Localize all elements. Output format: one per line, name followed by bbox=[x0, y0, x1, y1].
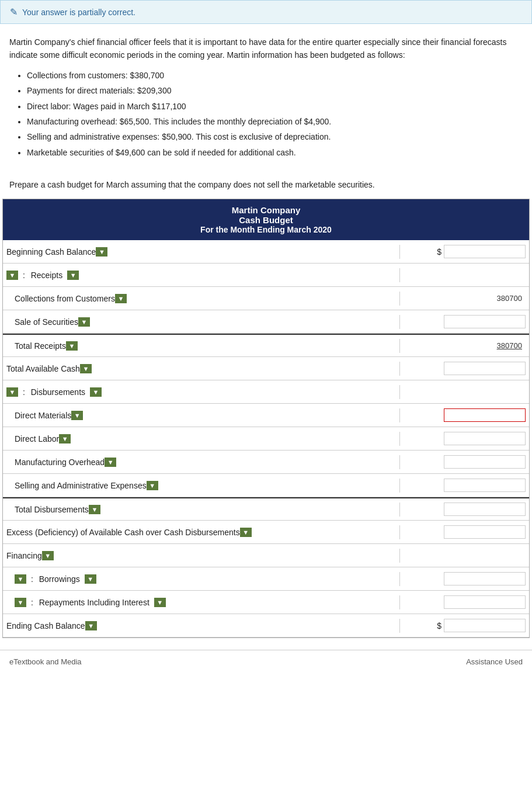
intro-section: Martin Company's chief financial officer… bbox=[0, 36, 532, 175]
dropdown-collections[interactable]: ▼ bbox=[115, 294, 127, 303]
label-less-disbursements: ▼ : Disbursements ▼ bbox=[3, 385, 400, 399]
dropdown-add[interactable]: ▼ bbox=[6, 271, 18, 280]
row-direct-materials: Direct Materials ▼ bbox=[3, 404, 529, 427]
bullet-item: Collections from customers: $380,700 bbox=[27, 69, 523, 82]
input-sale-securities[interactable] bbox=[444, 315, 526, 328]
row-selling-admin: Selling and Administrative Expenses ▼ bbox=[3, 474, 529, 497]
pencil-icon: ✎ bbox=[10, 6, 18, 18]
value-add-receipts bbox=[400, 273, 529, 278]
value-less-repayments bbox=[400, 593, 529, 611]
dropdown-total-disbursements[interactable]: ▼ bbox=[89, 505, 100, 514]
label-direct-materials: Direct Materials ▼ bbox=[3, 408, 400, 422]
footer-left: eTextbook and Media bbox=[9, 657, 82, 666]
input-direct-labor[interactable] bbox=[444, 432, 526, 445]
row-total-available: Total Available Cash ▼ bbox=[3, 357, 529, 380]
value-total-receipts: 380700 bbox=[400, 337, 529, 354]
input-mfg-overhead[interactable] bbox=[444, 455, 526, 469]
input-beginning-cash[interactable] bbox=[444, 245, 526, 258]
row-sale-securities: Sale of Securities ▼ bbox=[3, 310, 529, 334]
row-total-receipts: Total Receipts ▼ 380700 bbox=[3, 334, 529, 357]
row-collections: Collections from Customers ▼ 380700 bbox=[3, 287, 529, 310]
value-financing bbox=[400, 553, 529, 558]
label-mfg-overhead: Manufacturing Overhead ▼ bbox=[3, 455, 400, 469]
label-direct-labor: Direct Labor ▼ bbox=[3, 432, 400, 446]
label-less-repayments: ▼ : Repayments Including Interest ▼ bbox=[3, 595, 400, 609]
dropdown-less-repayments-prefix[interactable]: ▼ bbox=[15, 598, 26, 607]
row-add-receipts: ▼ : Receipts ▼ bbox=[3, 264, 529, 287]
row-ending-cash: Ending Cash Balance ▼ $ bbox=[3, 614, 529, 637]
row-mfg-overhead: Manufacturing Overhead ▼ bbox=[3, 451, 529, 474]
bullet-item: Payments for direct materials: $209,300 bbox=[27, 84, 523, 97]
dropdown-repayments[interactable]: ▼ bbox=[154, 598, 166, 607]
dropdown-mfg-overhead[interactable]: ▼ bbox=[105, 458, 116, 467]
dropdown-direct-materials[interactable]: ▼ bbox=[71, 411, 83, 420]
dropdown-selling-admin[interactable]: ▼ bbox=[147, 481, 158, 490]
input-selling-admin[interactable] bbox=[444, 479, 526, 492]
bullet-list: Collections from customers: $380,700 Pay… bbox=[27, 69, 523, 159]
value-total-disbursements bbox=[400, 500, 529, 518]
input-total-disbursements[interactable] bbox=[444, 503, 526, 516]
prefilled-collections: 380700 bbox=[444, 292, 526, 304]
value-sale-securities bbox=[400, 313, 529, 331]
label-total-disbursements: Total Disbursements ▼ bbox=[3, 503, 400, 517]
label-total-receipts: Total Receipts ▼ bbox=[3, 339, 400, 353]
dropdown-receipts[interactable]: ▼ bbox=[67, 271, 79, 280]
label-add-receipts: ▼ : Receipts ▼ bbox=[3, 268, 400, 282]
input-excess-deficiency[interactable] bbox=[444, 525, 526, 539]
value-selling-admin bbox=[400, 476, 529, 494]
row-add-borrowings: ▼ : Borrowings ▼ bbox=[3, 567, 529, 591]
dropdown-borrowings[interactable]: ▼ bbox=[85, 574, 96, 584]
label-selling-admin: Selling and Administrative Expenses ▼ bbox=[3, 479, 400, 493]
bullet-item: Selling and administrative expenses: $50… bbox=[27, 130, 523, 143]
label-add-borrowings: ▼ : Borrowings ▼ bbox=[3, 572, 400, 586]
value-collections: 380700 bbox=[400, 290, 529, 307]
input-repayments[interactable] bbox=[444, 595, 526, 609]
dropdown-direct-labor[interactable]: ▼ bbox=[59, 434, 71, 443]
row-direct-labor: Direct Labor ▼ bbox=[3, 427, 529, 451]
value-excess-deficiency bbox=[400, 523, 529, 541]
bullet-item: Manufacturing overhead: $65,500. This in… bbox=[27, 115, 523, 128]
row-total-disbursements: Total Disbursements ▼ bbox=[3, 497, 529, 521]
label-collections: Collections from Customers ▼ bbox=[3, 292, 400, 306]
input-direct-materials[interactable] bbox=[444, 408, 526, 422]
row-less-disbursements: ▼ : Disbursements ▼ bbox=[3, 380, 529, 404]
prefilled-total-receipts: 380700 bbox=[444, 339, 526, 352]
company-name: Martin Company bbox=[9, 205, 523, 215]
intro-paragraph: Martin Company's chief financial officer… bbox=[9, 36, 523, 62]
dropdown-sale-securities[interactable]: ▼ bbox=[78, 317, 90, 327]
value-less-disbursements bbox=[400, 390, 529, 394]
dropdown-ending-cash[interactable]: ▼ bbox=[85, 621, 97, 630]
value-beginning-cash: $ bbox=[400, 242, 529, 261]
dropdown-less[interactable]: ▼ bbox=[6, 387, 18, 397]
dropdown-total-receipts[interactable]: ▼ bbox=[66, 341, 78, 351]
label-ending-cash: Ending Cash Balance ▼ bbox=[3, 619, 400, 633]
budget-table-wrapper: Martin Company Cash Budget For the Month… bbox=[2, 199, 530, 638]
budget-table-header: Martin Company Cash Budget For the Month… bbox=[3, 199, 529, 240]
alert-banner: ✎ Your answer is partially correct. bbox=[0, 0, 532, 24]
dropdown-total-available[interactable]: ▼ bbox=[80, 364, 92, 373]
dropdown-financing[interactable]: ▼ bbox=[42, 551, 54, 560]
row-financing: Financing ▼ bbox=[3, 544, 529, 567]
row-less-repayments: ▼ : Repayments Including Interest ▼ bbox=[3, 591, 529, 614]
label-sale-securities: Sale of Securities ▼ bbox=[3, 315, 400, 329]
table-title: Cash Budget bbox=[9, 215, 523, 225]
alert-message: Your answer is partially correct. bbox=[22, 8, 135, 17]
bullet-item: Marketable securities of $49,600 can be … bbox=[27, 146, 523, 159]
input-borrowings[interactable] bbox=[444, 572, 526, 585]
dropdown-beginning-cash[interactable]: ▼ bbox=[96, 247, 107, 257]
label-beginning-cash: Beginning Cash Balance ▼ bbox=[3, 245, 400, 259]
footer: eTextbook and Media Assistance Used bbox=[0, 650, 532, 673]
input-ending-cash[interactable] bbox=[444, 619, 526, 632]
label-financing: Financing ▼ bbox=[3, 549, 400, 563]
dropdown-disbursements[interactable]: ▼ bbox=[90, 387, 102, 397]
dropdown-add-borrowings-prefix[interactable]: ▼ bbox=[15, 574, 26, 584]
input-total-available[interactable] bbox=[444, 362, 526, 375]
dropdown-excess-deficiency[interactable]: ▼ bbox=[240, 528, 252, 537]
value-direct-labor bbox=[400, 429, 529, 448]
bullet-item: Direct labor: Wages paid in March $117,1… bbox=[27, 100, 523, 113]
prepare-text: Prepare a cash budget for March assuming… bbox=[0, 175, 532, 199]
value-add-borrowings bbox=[400, 570, 529, 588]
value-mfg-overhead bbox=[400, 453, 529, 471]
value-ending-cash: $ bbox=[400, 616, 529, 635]
label-excess-deficiency: Excess (Deficiency) of Available Cash ov… bbox=[3, 525, 400, 539]
